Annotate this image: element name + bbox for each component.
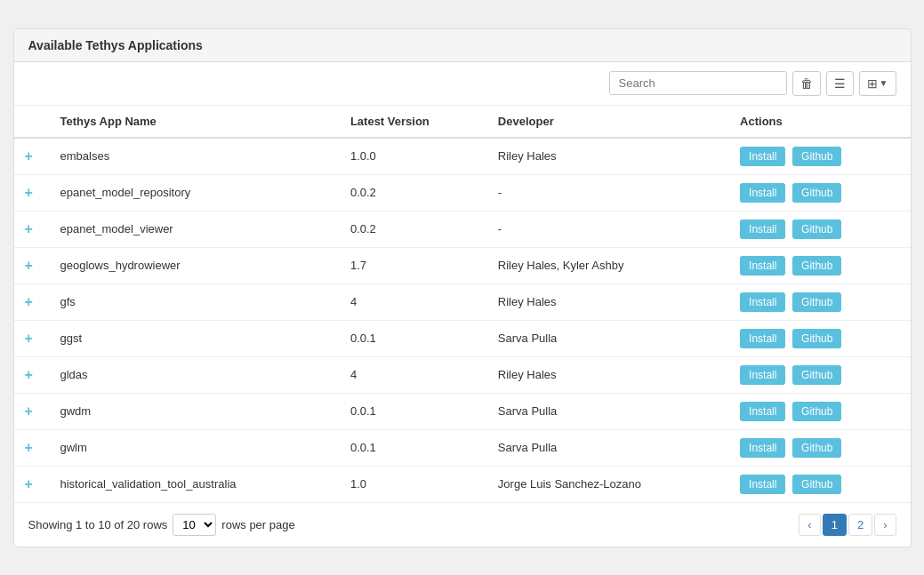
page-1-button[interactable]: 1 — [823, 514, 847, 536]
row-developer: - — [487, 211, 729, 247]
row-developer: - — [487, 174, 729, 211]
search-input[interactable] — [609, 71, 787, 95]
expand-icon[interactable]: + — [25, 331, 33, 346]
row-actions: Install Github — [729, 356, 910, 393]
rows-per-page-section: Showing 1 to 10 of 20 rows 10 25 50 rows… — [28, 514, 295, 536]
col-header-developer: Developer — [487, 106, 729, 138]
github-button[interactable]: Github — [792, 292, 841, 312]
row-app-name: historical_validation_tool_australia — [50, 466, 340, 502]
row-developer: Riley Hales — [487, 138, 729, 175]
row-developer: Riley Hales — [487, 356, 729, 393]
github-button[interactable]: Github — [792, 438, 841, 458]
expand-icon[interactable]: + — [25, 476, 33, 491]
github-button[interactable]: Github — [792, 183, 841, 203]
github-button[interactable]: Github — [792, 256, 841, 276]
apps-table: Tethys App Name Latest Version Developer… — [14, 106, 911, 503]
expand-icon[interactable]: + — [25, 403, 33, 419]
github-button[interactable]: Github — [792, 365, 841, 385]
row-expand-cell: + — [14, 138, 50, 175]
expand-icon[interactable]: + — [25, 258, 33, 273]
table-row: + gwdm 0.0.1 Sarva Pulla Install Github — [14, 393, 911, 429]
install-button[interactable]: Install — [740, 402, 785, 421]
row-expand-cell: + — [14, 247, 50, 284]
table-row: + historical_validation_tool_australia 1… — [14, 466, 911, 502]
github-button[interactable]: Github — [792, 402, 841, 421]
row-app-name: gwdm — [50, 393, 340, 429]
row-expand-cell: + — [14, 356, 50, 393]
main-panel: Available Tethys Applications 🗑 ☰ ⊞ ▼ Te… — [13, 28, 912, 547]
row-version: 4 — [340, 284, 487, 320]
row-actions: Install Github — [729, 284, 910, 320]
row-actions: Install Github — [729, 429, 910, 466]
row-app-name: ggst — [50, 320, 340, 356]
install-button[interactable]: Install — [740, 183, 785, 203]
install-button[interactable]: Install — [740, 147, 785, 166]
expand-icon[interactable]: + — [25, 148, 33, 164]
toolbar: 🗑 ☰ ⊞ ▼ — [14, 62, 911, 106]
row-app-name: gfs — [50, 284, 340, 320]
row-app-name: embalses — [50, 138, 340, 175]
row-version: 0.0.1 — [340, 429, 487, 466]
table-row: + epanet_model_viewer 0.0.2 - Install Gi… — [14, 211, 911, 247]
row-expand-cell: + — [14, 284, 50, 320]
delete-button[interactable]: 🗑 — [792, 71, 821, 96]
list-view-button[interactable]: ☰ — [826, 71, 854, 96]
install-button[interactable]: Install — [740, 220, 785, 239]
list-icon: ☰ — [834, 76, 846, 91]
panel-title: Available Tethys Applications — [14, 29, 911, 62]
github-button[interactable]: Github — [792, 220, 841, 239]
github-button[interactable]: Github — [792, 475, 841, 494]
table-row: + ggst 0.0.1 Sarva Pulla Install Github — [14, 320, 911, 356]
page-2-button[interactable]: 2 — [848, 514, 872, 536]
delete-icon: 🗑 — [800, 76, 813, 91]
row-actions: Install Github — [729, 174, 910, 211]
rows-per-page-label: rows per page — [221, 518, 294, 531]
chevron-down-icon: ▼ — [880, 78, 888, 88]
row-developer: Jorge Luis Sanchez-Lozano — [487, 466, 729, 502]
row-developer: Sarva Pulla — [487, 429, 729, 466]
row-developer: Sarva Pulla — [487, 320, 729, 356]
row-app-name: gwlm — [50, 429, 340, 466]
install-button[interactable]: Install — [740, 329, 785, 348]
grid-icon: ⊞ — [867, 76, 878, 91]
table-row: + epanet_model_repository 0.0.2 - Instal… — [14, 174, 911, 211]
install-button[interactable]: Install — [740, 292, 785, 312]
prev-page-button[interactable]: ‹ — [799, 514, 820, 536]
row-version: 0.0.1 — [340, 320, 487, 356]
row-expand-cell: + — [14, 320, 50, 356]
grid-view-button[interactable]: ⊞ ▼ — [859, 71, 896, 96]
install-button[interactable]: Install — [740, 475, 785, 494]
github-button[interactable]: Github — [792, 329, 841, 348]
row-version: 1.0 — [340, 466, 487, 502]
install-button[interactable]: Install — [740, 365, 785, 385]
expand-icon[interactable]: + — [25, 440, 33, 455]
row-app-name: epanet_model_viewer — [50, 211, 340, 247]
table-header-row: Tethys App Name Latest Version Developer… — [14, 106, 911, 138]
next-page-button[interactable]: › — [874, 514, 896, 536]
row-version: 0.0.2 — [340, 211, 487, 247]
row-version: 1.7 — [340, 247, 487, 284]
table-row: + gfs 4 Riley Hales Install Github — [14, 284, 911, 320]
expand-icon[interactable]: + — [25, 185, 33, 200]
col-header-actions: Actions — [729, 106, 910, 138]
showing-text: Showing 1 to 10 of 20 rows — [28, 518, 168, 531]
row-version: 0.0.1 — [340, 393, 487, 429]
row-expand-cell: + — [14, 174, 50, 211]
expand-icon[interactable]: + — [25, 367, 33, 382]
table-row: + geoglows_hydrowiewer 1.7 Riley Hales, … — [14, 247, 911, 284]
install-button[interactable]: Install — [740, 438, 785, 458]
col-header-version: Latest Version — [340, 106, 487, 138]
rows-per-page-select[interactable]: 10 25 50 — [173, 514, 216, 536]
row-actions: Install Github — [729, 138, 910, 175]
expand-icon[interactable]: + — [25, 294, 33, 309]
install-button[interactable]: Install — [740, 256, 785, 276]
github-button[interactable]: Github — [792, 147, 841, 166]
row-expand-cell: + — [14, 429, 50, 466]
row-app-name: geoglows_hydrowiewer — [50, 247, 340, 284]
table-row: + gldas 4 Riley Hales Install Github — [14, 356, 911, 393]
row-expand-cell: + — [14, 393, 50, 429]
table-row: + gwlm 0.0.1 Sarva Pulla Install Github — [14, 429, 911, 466]
expand-icon[interactable]: + — [25, 221, 33, 236]
table-row: + embalses 1.0.0 Riley Hales Install Git… — [14, 138, 911, 175]
row-developer: Riley Hales, Kyler Ashby — [487, 247, 729, 284]
